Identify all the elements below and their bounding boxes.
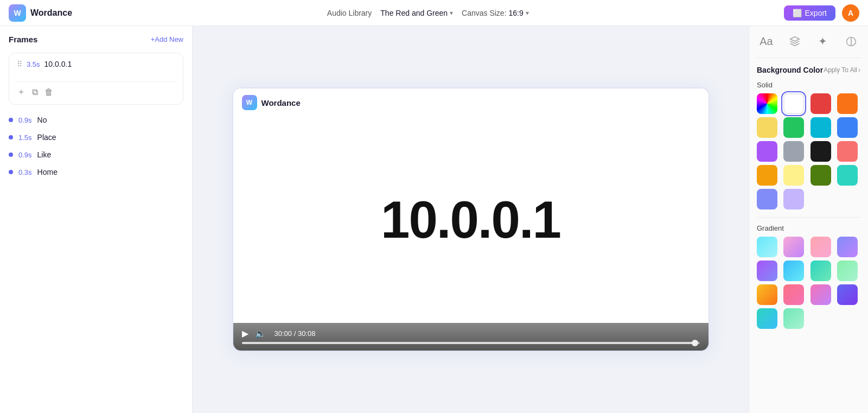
word-dot: [9, 170, 13, 174]
apply-chevron-icon: ›: [858, 66, 860, 74]
gradient-swatch-g12[interactable]: [837, 284, 858, 305]
canvas-size-value: 16:9: [509, 9, 524, 17]
gradient-swatch-g4[interactable]: [837, 237, 858, 257]
time-separator: /: [294, 329, 298, 338]
gradient-swatch-g2[interactable]: [783, 237, 804, 257]
solid-label: Solid: [757, 81, 860, 89]
text-tool-button[interactable]: Aa: [758, 33, 775, 50]
gradient-swatch-g9[interactable]: [757, 284, 777, 305]
right-panel: Aa ✦ Background Color Apply To All › Sol…: [749, 26, 868, 413]
color-swatch-rainbow[interactable]: [757, 93, 777, 114]
gradient-color-grid: [757, 237, 860, 329]
export-button[interactable]: ⬜ Export: [784, 5, 835, 21]
video-controls: ▶ 🔈 30:00 / 30:08: [233, 323, 709, 351]
center-panel: W Wordance 10.0.0.1 ▶ 🔈 30:00 / 30:08: [193, 26, 749, 413]
app-title: Wordance: [30, 8, 72, 18]
gradient-label: Gradient: [757, 224, 860, 232]
export-label: Export: [805, 9, 827, 17]
color-swatch-gray[interactable]: [783, 141, 804, 162]
audio-library-link[interactable]: Audio Library: [327, 9, 372, 17]
user-avatar[interactable]: A: [842, 4, 859, 22]
word-dot: [9, 153, 13, 157]
video-top-bar: W Wordance: [233, 88, 709, 117]
color-swatch-cyan[interactable]: [810, 117, 831, 138]
frames-title: Frames: [9, 35, 37, 44]
time-display: 30:00 / 30:08: [275, 329, 316, 338]
gradient-swatch-g11[interactable]: [810, 284, 831, 305]
gradient-swatch-g6[interactable]: [783, 260, 804, 281]
frame-item-main: ⠿ 3.5s 10.0.0.1: [17, 60, 175, 68]
gradient-swatch-g5[interactable]: [757, 260, 777, 281]
left-panel: Frames +Add New ⠿ 3.5s 10.0.0.1 ＋ ⧉ 🗑 0.…: [0, 26, 193, 413]
frame-delete-button[interactable]: 🗑: [44, 87, 53, 97]
color-swatch-lightyellow[interactable]: [783, 165, 804, 186]
gradient-swatch-g1[interactable]: [757, 237, 777, 257]
export-icon: ⬜: [793, 9, 802, 17]
section-divider: [757, 217, 860, 218]
gradient-swatch-g7[interactable]: [810, 260, 831, 281]
gradient-swatch-g3[interactable]: [810, 237, 831, 257]
progress-bar[interactable]: [242, 342, 700, 344]
canvas-size-selector[interactable]: Canvas Size: 16:9 ▾: [462, 9, 529, 17]
frame-add-button[interactable]: ＋: [17, 86, 25, 98]
effects-tool-button[interactable]: ✦: [814, 33, 832, 50]
word-item[interactable]: 0.9s No: [9, 111, 183, 129]
color-swatch-pink[interactable]: [837, 141, 858, 162]
word-time: 0.3s: [18, 168, 32, 176]
color-swatch-darkgreen[interactable]: [810, 165, 831, 186]
color-swatch-purple[interactable]: [757, 141, 777, 162]
color-swatch-orange[interactable]: [837, 93, 858, 114]
style-tool-button[interactable]: [786, 33, 803, 50]
apply-to-all-button[interactable]: Apply To All ›: [824, 66, 860, 74]
color-tool-button[interactable]: [843, 33, 860, 50]
add-new-button[interactable]: +Add New: [151, 35, 183, 43]
word-item[interactable]: 1.5s Place: [9, 129, 183, 146]
word-item[interactable]: 0.9s Like: [9, 146, 183, 163]
word-label: No: [37, 116, 47, 124]
frame-time: 3.5s: [27, 60, 40, 68]
word-label: Place: [37, 133, 56, 142]
track-name: The Red and Green: [380, 9, 448, 17]
header-right: ⬜ Export A: [784, 4, 859, 22]
word-dot: [9, 118, 13, 122]
word-item[interactable]: 0.3s Home: [9, 163, 183, 181]
video-container: W Wordance 10.0.0.1 ▶ 🔈 30:00 / 30:08: [232, 87, 710, 352]
color-swatch-amber[interactable]: [757, 165, 777, 186]
play-button[interactable]: ▶: [242, 328, 248, 339]
color-swatch-lavender[interactable]: [783, 189, 804, 209]
color-swatch-green[interactable]: [783, 117, 804, 138]
tool-icons: Aa ✦: [757, 33, 860, 58]
word-dot: [9, 135, 13, 139]
bg-color-title: Background Color: [757, 66, 823, 74]
background-color-header: Background Color Apply To All ›: [757, 66, 860, 74]
word-time: 1.5s: [18, 134, 32, 142]
header-center: Audio Library The Red and Green ▾ Canvas…: [327, 9, 529, 17]
gradient-swatch-g10[interactable]: [783, 284, 804, 305]
color-swatch-white[interactable]: [783, 93, 804, 114]
color-swatch-yellow[interactable]: [757, 117, 777, 138]
gradient-swatch-g14[interactable]: [783, 308, 804, 329]
gradient-swatch-g13[interactable]: [757, 308, 777, 329]
drag-handle-icon[interactable]: ⠿: [17, 60, 22, 68]
video-canvas: 10.0.0.1: [233, 117, 709, 323]
canvas-size-chevron-icon: ▾: [526, 9, 529, 17]
controls-row: ▶ 🔈 30:00 / 30:08: [242, 328, 700, 339]
color-swatch-black[interactable]: [810, 141, 831, 162]
color-swatch-red[interactable]: [810, 93, 831, 114]
word-label: Home: [37, 168, 58, 176]
time-total: 30:08: [298, 329, 316, 338]
video-brand-name: Wordance: [261, 98, 301, 107]
track-name-selector[interactable]: The Red and Green ▾: [380, 9, 453, 17]
apply-to-all-label: Apply To All: [824, 66, 857, 74]
solid-color-grid: [757, 93, 860, 209]
header-left: W Wordance: [9, 4, 72, 22]
frame-actions: ＋ ⧉ 🗑: [17, 81, 175, 98]
volume-button[interactable]: 🔈: [255, 328, 266, 339]
gradient-swatch-g8[interactable]: [837, 260, 858, 281]
frame-copy-button[interactable]: ⧉: [32, 87, 38, 97]
color-swatch-blue[interactable]: [837, 117, 858, 138]
color-swatch-indigo[interactable]: [757, 189, 777, 209]
frame-text: 10.0.0.1: [44, 60, 72, 68]
track-chevron-icon: ▾: [450, 9, 453, 17]
color-swatch-teal[interactable]: [837, 165, 858, 186]
